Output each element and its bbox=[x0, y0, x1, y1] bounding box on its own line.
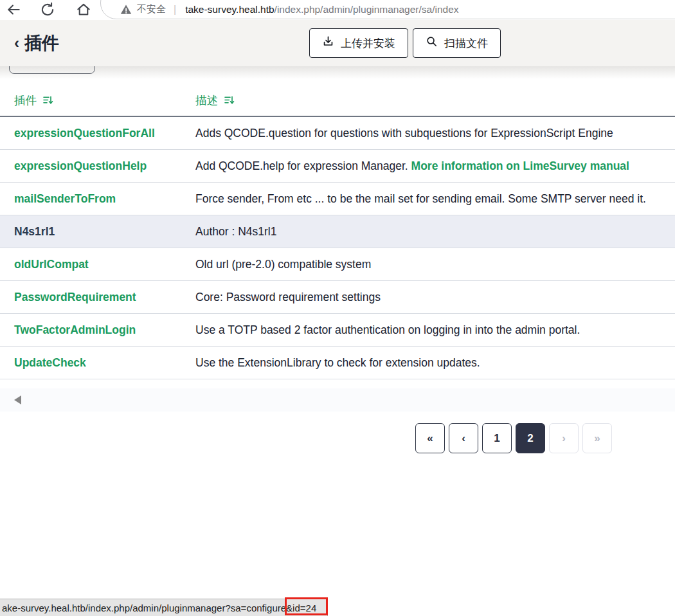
table-row[interactable]: TwoFactorAdminLogin Use a TOTP based 2 f… bbox=[0, 314, 675, 347]
plugin-description-cell: Use the ExtensionLibrary to check for ex… bbox=[195, 356, 675, 370]
plugin-description-cell: Use a TOTP based 2 factor authentication… bbox=[195, 323, 675, 337]
pagination: « ‹ 1 2 › » bbox=[415, 423, 612, 453]
upload-install-label: 上传并安装 bbox=[341, 36, 395, 51]
plugin-description-text: Old url (pre-2.0) compatible system bbox=[195, 258, 371, 271]
table-row[interactable]: UpdateCheck Use the ExtensionLibrary to … bbox=[0, 347, 675, 379]
plugin-name-cell: N4s1rl1 bbox=[0, 225, 195, 239]
plugin-name-cell: TwoFactorAdminLogin bbox=[0, 323, 195, 337]
plugin-description-text: Use a TOTP based 2 factor authentication… bbox=[195, 323, 580, 336]
back-chevron-icon[interactable]: ‹ bbox=[14, 34, 19, 52]
pagination-button: › bbox=[549, 423, 579, 453]
plugin-description-text: Author : N4s1rl1 bbox=[195, 225, 276, 238]
plugin-description-cell: Old url (pre-2.0) compatible system bbox=[195, 258, 675, 271]
plugin-name-link[interactable]: mailSenderToFrom bbox=[14, 192, 116, 205]
search-icon bbox=[426, 35, 438, 51]
plugin-name-link[interactable]: oldUrlCompat bbox=[14, 258, 89, 271]
pagination-button[interactable]: 2 bbox=[516, 423, 545, 453]
plugin-name-cell: PasswordRequirement bbox=[0, 291, 195, 304]
scan-files-button[interactable]: 扫描文件 bbox=[413, 28, 501, 58]
plugin-name-link[interactable]: N4s1rl1 bbox=[14, 225, 55, 238]
page-header: ‹ 插件 上传并安装 扫描文件 bbox=[0, 20, 675, 66]
address-bar[interactable]: 不安全 | take-survey.heal.htb/index.php/adm… bbox=[100, 0, 675, 19]
column-header-description-label: 描述 bbox=[195, 93, 218, 108]
column-header-plugin-label: 插件 bbox=[14, 93, 37, 108]
page-title: ‹ 插件 bbox=[14, 32, 59, 55]
scan-files-label: 扫描文件 bbox=[444, 36, 488, 51]
plugin-description-cell: Force sender, From etc ... to be the mai… bbox=[195, 192, 675, 206]
plugin-description-text: Use the ExtensionLibrary to check for ex… bbox=[195, 356, 480, 369]
pagination-button[interactable]: 1 bbox=[482, 423, 512, 453]
horizontal-scroll-strip bbox=[0, 388, 675, 412]
plugin-name-link[interactable]: TwoFactorAdminLogin bbox=[14, 323, 136, 336]
header-shadow bbox=[0, 66, 675, 79]
plugin-name-link[interactable]: UpdateCheck bbox=[14, 356, 86, 369]
pagination-button: » bbox=[582, 423, 612, 453]
upload-icon bbox=[322, 35, 334, 51]
browser-toolbar: 不安全 | take-survey.heal.htb/index.php/adm… bbox=[0, 0, 675, 20]
header-actions: 上传并安装 扫描文件 bbox=[309, 28, 501, 58]
upload-install-button[interactable]: 上传并安装 bbox=[309, 28, 408, 58]
plugin-description-text: Adds QCODE.question for questions with s… bbox=[195, 127, 613, 140]
status-url-highlighted: &id=24 bbox=[286, 602, 316, 613]
home-icon[interactable] bbox=[75, 1, 92, 18]
table-row[interactable]: mailSenderToFrom Force sender, From etc … bbox=[0, 183, 675, 215]
scroll-left-arrow-icon[interactable] bbox=[14, 395, 21, 404]
plugin-description-text: Force sender, From etc ... to be the mai… bbox=[195, 192, 646, 205]
table-row[interactable]: N4s1rl1 Author : N4s1rl1 bbox=[0, 215, 675, 248]
table-header-row: 插件 描述 bbox=[0, 84, 675, 117]
refresh-icon[interactable] bbox=[39, 1, 56, 18]
column-header-description[interactable]: 描述 bbox=[195, 93, 675, 108]
table-row[interactable]: expressionQuestionForAll Adds QCODE.ques… bbox=[0, 117, 675, 150]
plugin-name-cell: expressionQuestionHelp bbox=[0, 159, 195, 173]
status-bar-link-preview: ake-survey.heal.htb/index.php/admin/plug… bbox=[0, 599, 328, 616]
plugin-description-text: Core: Password requirement settings bbox=[195, 291, 381, 303]
plugin-description-cell: Core: Password requirement settings bbox=[195, 291, 675, 304]
table-row[interactable]: oldUrlCompat Old url (pre-2.0) compatibl… bbox=[0, 248, 675, 281]
plugin-name-cell: mailSenderToFrom bbox=[0, 192, 195, 206]
pagination-button[interactable]: ‹ bbox=[449, 423, 478, 453]
plugin-name-cell: oldUrlCompat bbox=[0, 258, 195, 271]
page-title-text: 插件 bbox=[24, 32, 59, 55]
plugin-description-cell: Add QCODE.help for expression Manager. M… bbox=[195, 159, 675, 173]
plugin-name-link[interactable]: expressionQuestionHelp bbox=[14, 159, 147, 172]
sort-icon[interactable] bbox=[42, 95, 53, 105]
status-url-prefix: ake-survey.heal.htb/index.php/admin/plug… bbox=[2, 602, 286, 613]
table-row[interactable]: PasswordRequirement Core: Password requi… bbox=[0, 281, 675, 314]
column-header-plugin[interactable]: 插件 bbox=[0, 93, 195, 108]
url-host[interactable]: take-survey.heal.htb bbox=[185, 4, 274, 15]
plugin-description-link[interactable]: More information on LimeSurvey manual bbox=[411, 159, 629, 172]
plugin-description-text: Add QCODE.help for expression Manager. bbox=[195, 159, 411, 172]
plugin-name-cell: expressionQuestionForAll bbox=[0, 127, 195, 140]
plugin-description-cell: Author : N4s1rl1 bbox=[195, 225, 675, 239]
table-row[interactable]: expressionQuestionHelp Add QCODE.help fo… bbox=[0, 150, 675, 183]
not-secure-label[interactable]: 不安全 bbox=[137, 3, 166, 15]
table-body: expressionQuestionForAll Adds QCODE.ques… bbox=[0, 117, 675, 379]
plugin-name-link[interactable]: PasswordRequirement bbox=[14, 291, 136, 303]
plugin-description-cell: Adds QCODE.question for questions with s… bbox=[195, 127, 675, 140]
plugin-name-link[interactable]: expressionQuestionForAll bbox=[14, 127, 155, 140]
back-icon[interactable] bbox=[5, 1, 22, 18]
sort-icon[interactable] bbox=[224, 95, 235, 105]
not-secure-warning-icon[interactable] bbox=[120, 4, 132, 15]
url-divider: | bbox=[174, 4, 176, 15]
pagination-button[interactable]: « bbox=[415, 423, 445, 453]
url-path[interactable]: /index.php/admin/pluginmanager/sa/index bbox=[274, 4, 459, 15]
plugin-name-cell: UpdateCheck bbox=[0, 356, 195, 370]
plugin-table: 插件 描述 expressionQuestionForAll Adds bbox=[0, 84, 675, 379]
